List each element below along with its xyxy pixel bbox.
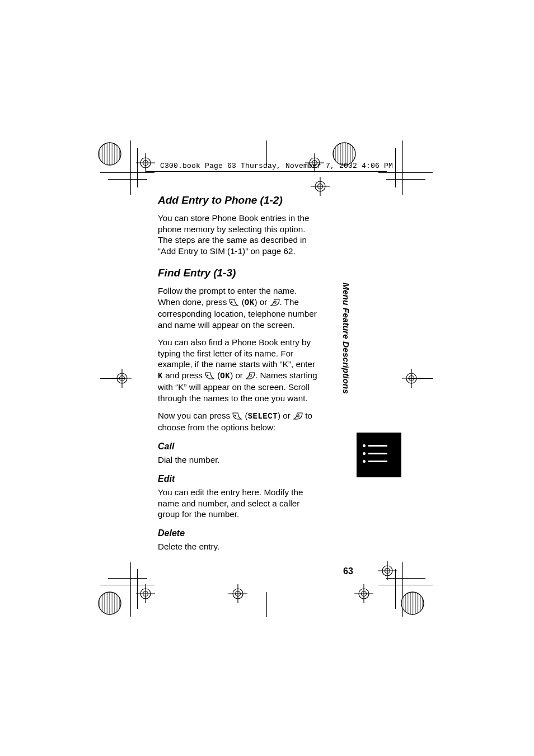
text: (: [242, 411, 247, 420]
text: You can also find a Phone Book entry by …: [158, 337, 315, 369]
registration-mark-icon: [228, 584, 247, 603]
heading-add-entry: Add Entry to Phone (1-2): [158, 194, 320, 207]
paragraph: Dial the number.: [158, 454, 320, 465]
softkey-label: SELECT: [248, 412, 278, 421]
page-content: Add Entry to Phone (1-2) You can store P…: [158, 194, 320, 559]
paragraph: Delete the entry.: [158, 541, 320, 552]
svg-point-43: [207, 374, 209, 376]
svg-point-44: [235, 415, 236, 417]
heading-find-entry: Find Entry (1-3): [158, 266, 320, 280]
left-softkey-icon: [205, 371, 215, 382]
list-icon: [363, 442, 391, 467]
corner-shaded-circle-icon: [400, 591, 425, 616]
paragraph: Follow the prompt to enter the name. Whe…: [158, 285, 320, 330]
send-key-icon: [245, 371, 255, 382]
text: Now you can press: [158, 411, 232, 420]
svg-point-40: [99, 592, 121, 614]
registration-mark-icon: [354, 584, 373, 603]
registration-mark-icon: [136, 153, 155, 172]
text: ) or: [278, 411, 293, 420]
text: ) or: [230, 370, 245, 380]
print-header-line: C300.book Page 63 Thursday, November 7, …: [160, 162, 393, 170]
registration-mark-icon: [113, 369, 132, 388]
left-softkey-icon: [229, 298, 239, 308]
key-letter: K: [158, 372, 163, 381]
side-label-text: Menu Feature Descriptions: [341, 283, 351, 394]
left-softkey-icon: [232, 411, 242, 422]
softkey-label: OK: [245, 298, 255, 307]
registration-mark-icon: [136, 584, 155, 603]
svg-point-41: [401, 592, 424, 614]
text: and press: [163, 370, 205, 380]
paragraph: You can edit the entry here. Modify the …: [158, 487, 320, 519]
paragraph: You can also find a Phone Book entry by …: [158, 337, 320, 403]
paragraph: You can store Phone Book entries in the …: [158, 213, 320, 256]
svg-point-42: [231, 301, 233, 303]
softkey-label: OK: [220, 372, 230, 381]
corner-shaded-circle-icon: [97, 591, 122, 616]
text: ) or: [255, 297, 270, 307]
corner-shaded-circle-icon: [97, 142, 122, 166]
text: (: [215, 370, 220, 380]
section-side-label: Menu Feature Descriptions: [342, 283, 354, 428]
page-number: 63: [343, 566, 353, 576]
registration-mark-icon: [402, 369, 421, 388]
registration-mark-icon: [378, 561, 397, 580]
send-key-icon: [293, 411, 303, 422]
heading-edit: Edit: [158, 473, 320, 485]
heading-call: Call: [158, 441, 320, 452]
send-key-icon: [270, 298, 280, 308]
registration-mark-icon: [311, 177, 330, 196]
heading-delete: Delete: [158, 528, 320, 539]
text: (: [239, 297, 244, 307]
paragraph: Now you can press (SELECT) or to choose …: [158, 410, 320, 433]
svg-point-38: [99, 143, 121, 165]
